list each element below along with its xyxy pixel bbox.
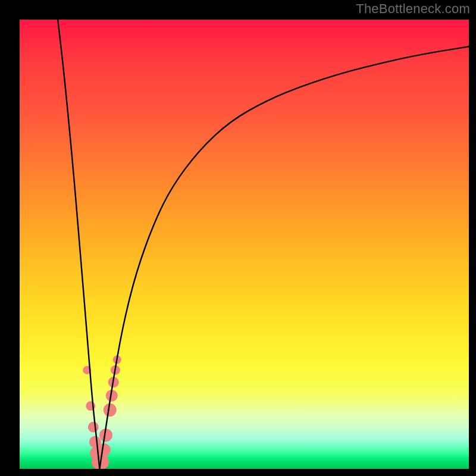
chart-frame: TheBottleneck.com [0, 0, 476, 476]
plot-area [20, 20, 469, 469]
curve-right-branch [99, 46, 469, 469]
watermark-text: TheBottleneck.com [356, 1, 470, 17]
curve-left-branch [58, 20, 99, 469]
curve-layer [20, 20, 469, 469]
